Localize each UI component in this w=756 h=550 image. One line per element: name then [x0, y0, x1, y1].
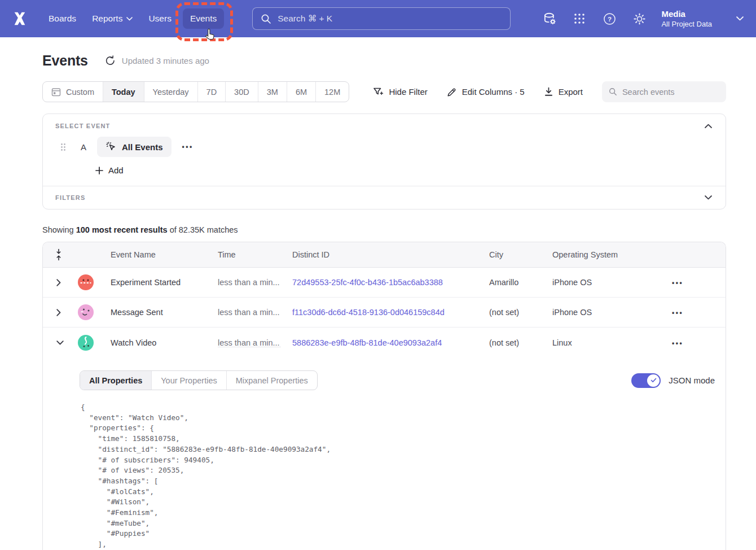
event-avatar: [78, 274, 94, 290]
query-builder-card: SELECT EVENT A All Events ••• Add: [42, 114, 726, 209]
event-city: (not set): [480, 308, 543, 317]
project-scope: All Project Data: [661, 19, 712, 29]
svg-text:?: ?: [608, 15, 612, 22]
mixpanel-logo-icon[interactable]: [11, 9, 32, 28]
settings-gear-icon[interactable]: [632, 12, 646, 25]
distinct-id-link[interactable]: f11c30d6-dc6d-4518-9136-0d046159c84d: [283, 308, 480, 317]
row-expand-button[interactable]: [43, 279, 70, 286]
column-header-time[interactable]: Time: [209, 250, 283, 259]
page-content: Events Updated 3 minutes ago Custom Toda…: [0, 53, 756, 550]
date-range-label: 3M: [267, 88, 278, 97]
refresh-button[interactable]: [105, 55, 116, 66]
row-more-button[interactable]: •••: [669, 338, 687, 347]
global-search-input[interactable]: Search ⌘ + K: [252, 7, 511, 30]
calendar-icon: [51, 87, 61, 97]
event-time: less than a min...: [209, 338, 283, 347]
results-summary: Showing 100 most recent results of 82.35…: [42, 225, 726, 234]
chevron-down-icon: [126, 17, 133, 21]
row-collapse-button[interactable]: [43, 341, 70, 345]
row-more-button[interactable]: •••: [669, 308, 687, 317]
tab-all-properties[interactable]: All Properties: [80, 371, 151, 390]
events-search-input[interactable]: [622, 88, 719, 97]
event-row-more-button[interactable]: •••: [179, 141, 197, 153]
tab-your-properties[interactable]: Your Properties: [151, 371, 226, 390]
edit-columns-label: Edit Columns · 5: [462, 87, 525, 97]
date-range-label: Today: [112, 88, 135, 97]
date-range-custom[interactable]: Custom: [43, 82, 103, 102]
filters-label: FILTERS: [55, 194, 85, 201]
event-detail-panel: All Properties Your Properties Mixpanel …: [43, 357, 726, 550]
nav-item-boards[interactable]: Boards: [41, 8, 84, 29]
nav-item-reports[interactable]: Reports: [84, 8, 140, 29]
last-updated-text: Updated 3 minutes ago: [122, 56, 209, 66]
collapse-section-button[interactable]: [704, 123, 713, 129]
toggle-knob: [647, 374, 660, 387]
column-header-distinct-id[interactable]: Distinct ID: [283, 250, 480, 259]
sort-column-button[interactable]: [43, 248, 70, 261]
event-os: iPhone OS: [543, 278, 660, 287]
nav-item-events-wrapper: Events: [183, 8, 224, 29]
search-icon: [609, 87, 617, 97]
column-header-os[interactable]: Operating System: [543, 250, 660, 259]
navbar-right-cluster: ? Media All Project Data: [543, 8, 745, 29]
row-more-button[interactable]: •••: [669, 278, 687, 287]
events-search-box: [602, 81, 726, 102]
hide-filter-label: Hide Filter: [389, 87, 427, 97]
summary-prefix: Showing: [42, 225, 76, 234]
date-range-7d[interactable]: 7D: [197, 82, 226, 102]
table-header-row: Event Name Time Distinct ID City Operati…: [43, 242, 726, 268]
summary-count: 100 most recent results: [76, 225, 168, 234]
date-range-selector: Custom Today Yesterday 7D 30D 3M 6M 12M: [42, 81, 349, 102]
tab-label: Your Properties: [161, 376, 217, 385]
nav-item-users[interactable]: Users: [140, 8, 179, 29]
properties-tabs: All Properties Your Properties Mixpanel …: [80, 370, 318, 390]
help-icon[interactable]: ?: [603, 12, 616, 25]
export-button[interactable]: Export: [544, 87, 583, 97]
page-title: Events: [42, 53, 88, 69]
export-label: Export: [559, 87, 583, 97]
data-management-icon[interactable]: [543, 12, 556, 25]
event-os: iPhone OS: [543, 308, 660, 317]
hide-filter-button[interactable]: Hide Filter: [373, 87, 427, 97]
add-event-button[interactable]: Add: [95, 165, 124, 177]
date-range-30d[interactable]: 30D: [225, 82, 258, 102]
event-json-viewer[interactable]: { "event": "Watch Video", "properties": …: [81, 402, 715, 550]
project-selector[interactable]: Media All Project Data: [661, 8, 712, 29]
tab-label: All Properties: [89, 376, 142, 385]
date-range-label: 12M: [324, 88, 340, 97]
date-range-today[interactable]: Today: [103, 82, 144, 102]
nav-item-events[interactable]: Events: [183, 8, 224, 29]
primary-nav: Boards Reports Users Events: [41, 8, 224, 29]
date-range-label: 30D: [234, 88, 249, 97]
date-range-label: Custom: [66, 88, 94, 97]
event-avatar: [78, 335, 94, 351]
nav-item-label: Users: [148, 14, 171, 24]
tab-mixpanel-properties[interactable]: Mixpanel Properties: [226, 371, 317, 390]
edit-columns-button[interactable]: Edit Columns · 5: [447, 87, 525, 97]
chevron-down-icon: [56, 341, 64, 345]
date-range-6m[interactable]: 6M: [287, 82, 315, 102]
date-range-3m[interactable]: 3M: [258, 82, 287, 102]
column-header-event-name[interactable]: Event Name: [102, 250, 209, 259]
row-expand-button[interactable]: [43, 309, 70, 316]
expand-filters-button[interactable]: [704, 194, 713, 201]
event-selector-button[interactable]: All Events: [97, 137, 172, 157]
drag-handle-icon[interactable]: [60, 143, 66, 151]
magic-cursor-icon: [106, 141, 117, 152]
date-range-12m[interactable]: 12M: [315, 82, 349, 102]
filter-icon: [373, 87, 384, 97]
date-range-yesterday[interactable]: Yesterday: [144, 82, 197, 102]
chevron-down-icon: [705, 195, 712, 200]
table-row: Experiment Started less than a min... 72…: [43, 268, 726, 298]
distinct-id-link[interactable]: 5886283e-e9fb-48fb-81de-40e9093a2af4: [283, 338, 480, 347]
column-header-city[interactable]: City: [480, 250, 543, 259]
check-icon: [650, 378, 657, 383]
nav-item-label: Reports: [92, 14, 122, 24]
plus-icon: [95, 167, 103, 174]
date-range-label: 7D: [206, 88, 217, 97]
json-mode-toggle[interactable]: [631, 373, 661, 388]
search-icon: [261, 14, 271, 24]
distinct-id-link[interactable]: 72d49553-25fc-4f0c-b436-1b5ac6ab3388: [283, 278, 480, 287]
chevron-down-icon[interactable]: [736, 16, 744, 21]
apps-grid-icon[interactable]: [573, 12, 586, 25]
